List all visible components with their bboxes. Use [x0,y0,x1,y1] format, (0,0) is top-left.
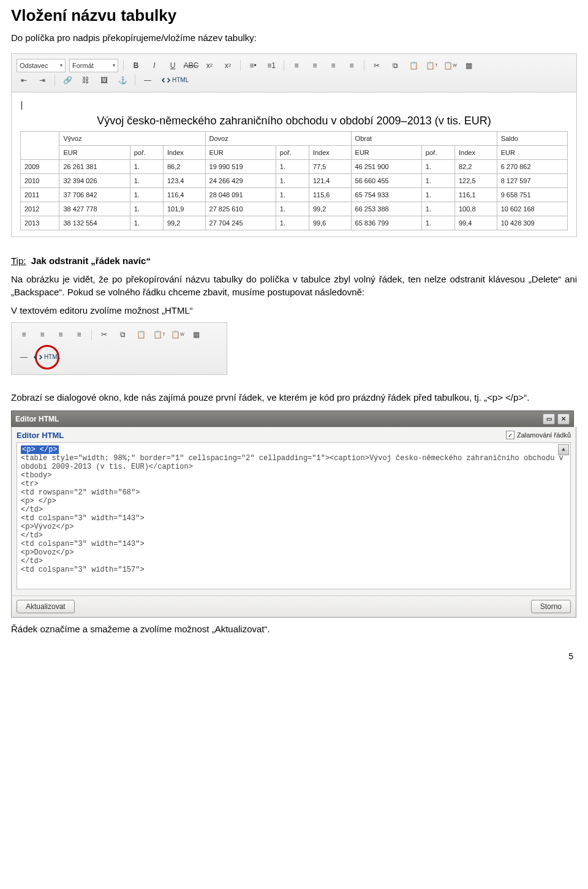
number-list-button[interactable]: ≡1 [264,59,279,72]
separator [240,60,241,71]
align-left-button[interactable]: ≡ [17,328,31,341]
separator [91,329,92,340]
wrap-lines-checkbox[interactable]: ✓ Zalamování řádků [506,431,571,439]
align-center-button[interactable]: ≡ [307,59,322,72]
scroll-up-button[interactable]: ▲ [558,444,569,455]
tip-paragraph: Na obrázku je vidět, že po překopírování… [11,273,577,300]
italic-button[interactable]: I [147,59,162,72]
html-icon [162,77,170,84]
after-toolbar-paragraph: Zobrazí se dialogové okno, kde nás zajím… [11,391,577,404]
final-paragraph: Řádek označíme a smažeme a zvolíme možno… [11,622,577,636]
toolbar-fragment: ≡ ≡ ≡ ≡ ✂ ⧉ 📋 📋T 📋W ▦ — HTML [11,322,227,375]
outdent-button[interactable]: ⇤ [17,74,31,87]
separator [135,75,135,86]
align-left-button[interactable]: ≡ [289,59,304,72]
tip-heading: Tip: Jak odstranit „řádek navíc“ [11,254,577,268]
selected-code: <p> </p> [21,445,59,454]
code-line: <td colspan="3" width="143"> [21,514,567,523]
data-table: Vývoz Dovoz Obrat Saldo EURpoř.Index EUR… [20,131,568,230]
superscript-button[interactable]: x2 [221,59,235,72]
html-icon [34,354,42,361]
code-line: </td> [21,557,567,566]
table-row: EURpoř.Index EURpoř.Index EURpoř.Index E… [21,145,568,159]
html-editor-dialog: Editor HTML ▭ ✕ Editor HTML ✓ Zalamování… [11,410,577,618]
code-line: </td> [21,531,567,540]
intro-paragraph: Do políčka pro nadpis překopírujeme/vlož… [11,31,577,45]
hr-button[interactable]: — [17,350,31,364]
maximize-button[interactable]: ▭ [543,414,555,425]
paste-button[interactable]: 📋 [134,328,148,341]
code-line: <p> </p> [21,497,567,505]
paste-text-button[interactable]: 📋T [424,59,439,72]
paste-word-button[interactable]: 📋W [170,328,185,341]
align-right-button[interactable]: ≡ [53,328,68,341]
table-button[interactable]: ▦ [461,59,476,72]
copy-button[interactable]: ⧉ [388,59,402,72]
code-line: <p>Dovoz</p> [21,548,567,557]
code-line: <td colspan="3" width="157"> [21,566,567,574]
code-line: <tr> [21,480,567,488]
dialog-header-label: Editor HTML [17,431,64,440]
html-source-button[interactable]: HTML [31,352,64,363]
align-justify-button[interactable]: ≡ [72,328,86,341]
anchor-button[interactable]: ⚓ [115,74,130,87]
table-row: 201338 132 5541.99,227 704 2451.99,665 8… [21,216,568,230]
editor-toolbar: Odstavec▾ Formát▾ B I U ABC x2 x2 ≡• ≡1 … [12,54,576,93]
table-row: 200926 261 3811.86,219 990 5191.77,546 2… [21,159,568,173]
cut-button[interactable]: ✂ [97,328,111,341]
bold-button[interactable]: B [129,59,143,72]
close-button[interactable]: ✕ [557,414,570,425]
page-number: 5 [11,651,577,661]
table-row: 201032 394 0261.123,424 266 4291.121,456… [21,173,568,187]
table-row: 201238 427 7781.101,927 825 6101.99,266 … [21,202,568,216]
dialog-titlebar[interactable]: Editor HTML ▭ ✕ [11,410,574,427]
paste-button[interactable]: 📋 [406,59,421,72]
indent-button[interactable]: ⇥ [35,74,50,87]
editor-body[interactable]: Vývoj česko-německého zahraničního obcho… [12,93,576,236]
dialog-body: Editor HTML ✓ Zalamování řádků ▲ <p> </p… [11,427,576,596]
code-line: <p>Vývoz</p> [21,523,567,531]
image-button[interactable]: 🖼 [97,74,111,87]
html-source-textarea[interactable]: ▲ <p> </p> <table style="width: 98%;" bo… [17,442,571,589]
align-right-button[interactable]: ≡ [326,59,341,72]
align-justify-button[interactable]: ≡ [344,59,359,72]
dialog-title-label: Editor HTML [15,415,59,423]
highlight-circle: HTML [35,345,59,369]
text-cursor [21,101,23,110]
separator [284,60,284,71]
table-row: 201137 706 8421.116,428 048 0911.115,665… [21,187,568,202]
code-line: <table style="width: 98%;" border="1" ce… [21,454,567,471]
link-button[interactable]: 🔗 [60,74,75,87]
unlink-button[interactable]: ⛓ [78,74,93,87]
separator [123,60,124,71]
html-source-button[interactable]: HTML [159,75,192,86]
checkbox-icon: ✓ [506,431,514,439]
cut-button[interactable]: ✂ [369,59,384,72]
table-caption: Vývoj česko-německého zahraničního obcho… [20,115,568,127]
code-line: <tbody> [21,471,567,480]
align-center-button[interactable]: ≡ [35,328,50,341]
page-title: Vložení názvu tabulky [11,6,577,25]
code-line: <td rowspan="2" width="68"> [21,488,567,497]
update-button[interactable]: Aktualizovat [17,600,75,613]
subscript-button[interactable]: x2 [202,59,217,72]
rich-text-editor: Odstavec▾ Formát▾ B I U ABC x2 x2 ≡• ≡1 … [11,53,577,237]
strike-button[interactable]: ABC [184,59,198,72]
separator [55,75,55,86]
block-format-select[interactable]: Odstavec▾ [17,59,66,72]
bullet-list-button[interactable]: ≡• [246,59,260,72]
code-line: <td colspan="3" width="143"> [21,540,567,548]
code-line: </td> [21,505,567,514]
underline-button[interactable]: U [165,59,180,72]
hr-button[interactable]: — [140,74,155,87]
text-format-select[interactable]: Formát▾ [69,59,118,72]
paste-word-button[interactable]: 📋W [443,59,458,72]
dialog-footer: Aktualizovat Storno [11,596,576,618]
cancel-button[interactable]: Storno [531,600,571,613]
table-button[interactable]: ▦ [189,328,203,341]
separator [364,60,364,71]
copy-button[interactable]: ⧉ [115,328,130,341]
table-row: Vývoz Dovoz Obrat Saldo [21,131,568,145]
tip-step: V textovém editoru zvolíme možnost „HTML… [11,304,577,317]
paste-text-button[interactable]: 📋T [152,328,167,341]
